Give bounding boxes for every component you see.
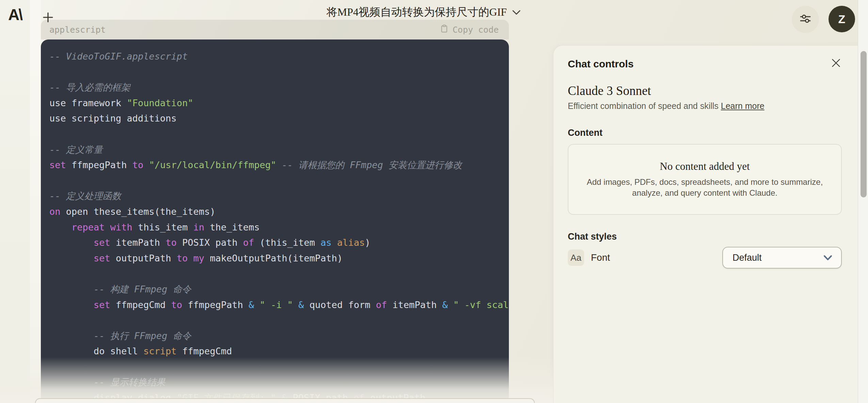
- code-line: use scripting additions: [49, 111, 509, 126]
- content-empty-title: No content added yet: [660, 160, 750, 173]
- code-line: -- 构建 FFmpeg 命令: [49, 281, 509, 297]
- code-line: [49, 359, 509, 375]
- font-label: Font: [591, 252, 610, 263]
- code-content: -- VideoToGIF.applescript -- 导入必需的框架use …: [41, 39, 509, 403]
- chat-title-dropdown[interactable]: 将MP4视频自动转换为保持尺寸的GIF: [326, 5, 520, 20]
- learn-more-link[interactable]: Learn more: [721, 101, 765, 111]
- code-line: set itemPath to POSIX path of (this_item…: [49, 235, 509, 251]
- content-heading: Content: [568, 127, 842, 139]
- code-line: [49, 126, 509, 142]
- code-line: on open these_items(the_items): [49, 204, 509, 220]
- chat-title: 将MP4视频自动转换为保持尺寸的GIF: [326, 5, 507, 20]
- code-line: set outputPath to my makeOutputPath(item…: [49, 251, 509, 266]
- scrollbar-thumb[interactable]: [861, 51, 867, 197]
- content-empty-description: Add images, PDFs, docs, spreadsheets, an…: [586, 177, 824, 198]
- font-badge-icon: Aa: [568, 249, 584, 266]
- close-icon: [831, 58, 841, 69]
- code-line: set ffmpegPath to "/usr/local/bin/ffmpeg…: [49, 157, 509, 173]
- model-description: Efficient combination of speed and skill…: [568, 101, 842, 111]
- code-line: -- 导入必需的框架: [49, 80, 509, 95]
- code-line: -- 定义处理函数: [49, 188, 509, 204]
- font-dropdown-value: Default: [733, 253, 762, 263]
- message-input[interactable]: [35, 398, 535, 403]
- clipboard-icon: [440, 24, 449, 35]
- copy-code-button[interactable]: Copy code: [440, 24, 499, 35]
- content-empty-card: No content added yet Add images, PDFs, d…: [568, 144, 842, 215]
- code-line: -- 定义常量: [49, 142, 509, 158]
- code-line: [49, 266, 509, 281]
- code-line: [49, 64, 509, 80]
- chat-controls-toggle-button[interactable]: [792, 6, 819, 33]
- code-block: applescript Copy code -- VideoToGIF.appl…: [41, 20, 509, 403]
- panel-title: Chat controls: [568, 58, 842, 70]
- code-language-label: applescript: [49, 25, 106, 35]
- code-line: -- 显示转换结果: [49, 374, 509, 390]
- code-line: set ffmpegCmd to ffmpegPath & " -i " & q…: [49, 297, 509, 313]
- sidebar-rail-edge: [30, 0, 41, 403]
- copy-code-label: Copy code: [453, 25, 499, 35]
- sliders-icon: [798, 12, 813, 27]
- anthropic-logo[interactable]: A\: [8, 7, 22, 22]
- chat-styles-heading: Chat styles: [568, 231, 842, 242]
- chevron-down-icon: [512, 10, 520, 17]
- chat-controls-panel: Chat controls Claude 3 Sonnet Efficient …: [553, 45, 868, 403]
- page-scrollbar[interactable]: [858, 0, 868, 403]
- code-line: do shell script ffmpegCmd: [49, 343, 509, 359]
- model-name: Claude 3 Sonnet: [568, 83, 842, 99]
- font-style-row: Aa Font Default: [568, 247, 842, 269]
- chevron-down-icon: [823, 255, 832, 262]
- new-chat-button[interactable]: [41, 11, 55, 25]
- code-block-header: applescript Copy code: [41, 20, 509, 39]
- code-line: repeat with this_item in the_items: [49, 220, 509, 235]
- code-line: use framework "Foundation": [49, 95, 509, 111]
- code-line: -- VideoToGIF.applescript: [49, 49, 509, 64]
- close-panel-button[interactable]: [830, 58, 842, 69]
- code-line: [49, 312, 509, 328]
- font-dropdown[interactable]: Default: [722, 247, 842, 269]
- user-avatar[interactable]: Z: [829, 6, 855, 32]
- model-description-text: Efficient combination of speed and skill…: [568, 101, 721, 111]
- sidebar-rail: [0, 0, 30, 403]
- code-line: [49, 173, 509, 189]
- plus-icon: [42, 12, 54, 25]
- code-line: -- 执行 FFmpeg 命令: [49, 328, 509, 344]
